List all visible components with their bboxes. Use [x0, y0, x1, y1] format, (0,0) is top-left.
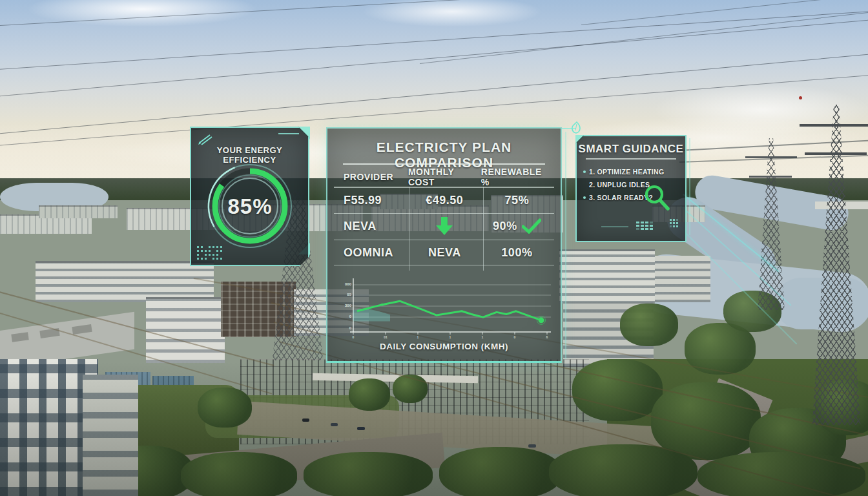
consumption-line-chart: 000053000000111106	[342, 274, 555, 343]
check-icon	[522, 218, 541, 234]
table-row[interactable]: F55.99€49.5075%	[335, 187, 553, 213]
renewable-cell: 75%	[481, 187, 553, 213]
monthly-cost-cell	[408, 213, 481, 239]
decor-dot-block	[670, 219, 678, 227]
efficiency-value: 85%	[202, 194, 298, 219]
building	[655, 256, 710, 302]
x-tick-label: 0	[353, 335, 355, 339]
y-tick-label: 0	[349, 315, 352, 318]
x-tick-label: 6	[546, 335, 548, 339]
building	[36, 261, 214, 302]
down-arrow-icon	[436, 217, 453, 235]
renewable-cell: 90%	[481, 213, 553, 239]
building	[559, 249, 655, 304]
bullet-dot	[583, 170, 586, 173]
efficiency-gauge: 85%	[202, 158, 298, 254]
hud-accent-line	[565, 132, 566, 359]
pylon-arm	[749, 176, 792, 178]
cloud	[26, 0, 258, 27]
hud-accent-line	[689, 138, 690, 235]
table-header-row: PROVIDERMONTHLY COSTRENEWABLE %	[335, 167, 553, 187]
x-tick-label: 1	[450, 335, 451, 339]
y-tick-label: 05	[347, 293, 351, 296]
chart-end-dot	[539, 317, 544, 323]
x-tick-label: 0	[514, 335, 516, 339]
x-tick-label: 1	[482, 335, 484, 339]
guidance-item[interactable]: 1. OPTIMIZE HEATING	[583, 167, 661, 176]
guidance-item-text: 2. UNPLUG IDLES	[589, 181, 650, 189]
chart-x-axis-label: DAILY CONSUMPTION (KMH)	[327, 342, 561, 351]
column-header: PROVIDER	[335, 167, 408, 187]
leaf-icon	[571, 121, 583, 136]
table-row[interactable]: NEVA90%	[335, 213, 553, 239]
search-icon[interactable]	[643, 184, 672, 212]
pencil-icon[interactable]	[196, 132, 213, 145]
monthly-cost-cell: €49.50	[408, 187, 481, 213]
renewable-cell: 100%	[481, 240, 553, 265]
table-row[interactable]: OOMNIANEVA100%	[335, 240, 553, 265]
decor-dot-grid	[197, 246, 222, 260]
building	[146, 297, 225, 363]
column-header: MONTHLY COST	[408, 167, 481, 187]
corner-notch-line	[278, 133, 299, 134]
comparison-panel-title: ELECTRICTY PLAN COMPARISON	[327, 140, 561, 170]
x-tick-label: 01	[384, 335, 388, 339]
decor-dash	[601, 226, 628, 227]
vignette	[0, 362, 868, 496]
title-underline	[586, 158, 676, 160]
provider-cell: NEVA	[335, 213, 408, 239]
monthly-cost-cell: NEVA	[408, 240, 481, 265]
x-tick-label: 1	[417, 335, 419, 339]
red-marker-dot	[799, 96, 802, 99]
title-underline	[343, 163, 545, 165]
decor-pixel-bars	[636, 222, 653, 230]
plan-comparison-panel: ELECTRICTY PLAN COMPARISON PROVIDERMONTH…	[326, 127, 562, 363]
provider-cell: OOMNIA	[335, 240, 408, 265]
y-tick-label: 000	[345, 282, 352, 286]
guidance-panel-title: SMART GUIDANCE	[577, 143, 685, 156]
building	[39, 205, 118, 218]
y-tick-label: 0	[349, 326, 352, 330]
pylon-arm	[800, 124, 868, 127]
bullet-dot	[583, 196, 586, 199]
y-tick-label: 300	[345, 304, 352, 307]
smart-guidance-panel: SMART GUIDANCE 1. OPTIMIZE HEATING2. UNP…	[575, 135, 687, 242]
energy-dashboard-screen: YOUR ENERGY EFFICIENCY 85% ELECTRICTY PL…	[0, 0, 868, 496]
guidance-item-text: 1. OPTIMIZE HEATING	[589, 168, 664, 176]
column-header: RENEWABLE %	[481, 167, 553, 187]
provider-cell: F55.99	[335, 187, 408, 213]
tree-cluster	[620, 304, 678, 346]
energy-efficiency-panel: YOUR ENERGY EFFICIENCY 85%	[190, 127, 309, 266]
